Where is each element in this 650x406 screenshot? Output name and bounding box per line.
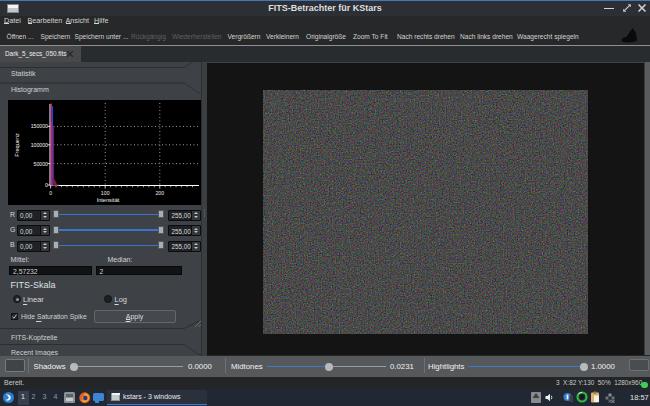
svg-text:200: 200	[155, 190, 164, 196]
svg-text:Intensität: Intensität	[97, 197, 120, 203]
svg-text:150000: 150000	[31, 123, 48, 129]
svg-text:100: 100	[101, 190, 110, 196]
svg-text:50000: 50000	[34, 161, 49, 167]
svg-text:0: 0	[45, 182, 48, 188]
svg-text:Frequenz: Frequenz	[14, 133, 20, 157]
svg-text:100000: 100000	[31, 142, 48, 148]
svg-text:0: 0	[49, 190, 52, 196]
